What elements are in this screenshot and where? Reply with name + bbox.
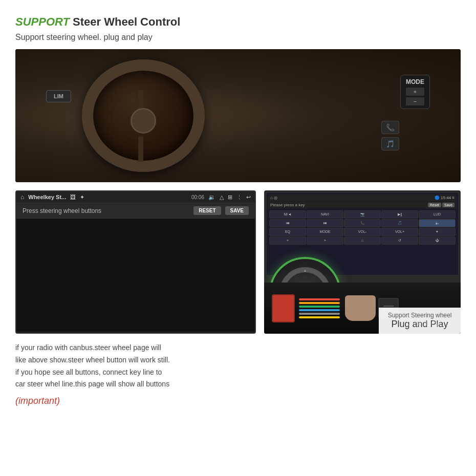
body-paragraph: if your radio with canbus.steer wheel pa… bbox=[15, 342, 461, 391]
mini-reset-btn[interactable]: Reset bbox=[428, 203, 441, 207]
mini-cell: EQ bbox=[269, 228, 306, 236]
time-display: 00:06 bbox=[191, 194, 204, 200]
mini-cell: ↺ bbox=[381, 236, 418, 245]
bluetooth-icon: ✦ bbox=[80, 194, 84, 201]
photo-icon: 🖼 bbox=[70, 194, 76, 200]
mini-cell: » bbox=[307, 236, 343, 245]
page-header: SUPPORT Steer Wheel Control Support stee… bbox=[15, 15, 461, 42]
main-steering-image: LIM MODE + − 📞 🎵 bbox=[15, 49, 461, 182]
back-icon: ↩ bbox=[246, 194, 251, 201]
mini-cell: ⏭ bbox=[307, 219, 343, 227]
plug-play-label: Plug and Play bbox=[385, 319, 455, 330]
android-screen: ⌂ Wheelkey St... 🖼 ✦ 00:06 🔉 △ ⊞ ⋮ ↩ Pre… bbox=[15, 190, 256, 334]
mini-cell: « bbox=[269, 236, 306, 245]
mini-home-icon: ⌂ ◎ bbox=[270, 196, 277, 200]
mini-cell: ▶‖ bbox=[381, 210, 418, 219]
mini-cell: ✦ bbox=[419, 228, 456, 236]
home-icon: ⌂ bbox=[20, 193, 24, 201]
mini-cell: LUD bbox=[419, 210, 456, 219]
mini-cell: MODE bbox=[307, 228, 343, 236]
mini-cell: 🔈 bbox=[419, 219, 456, 227]
mini-cell: NAVI bbox=[307, 210, 343, 219]
android-content bbox=[16, 219, 255, 331]
mini-time: 🔵 15:44 ≡ bbox=[435, 196, 455, 200]
screen-icon: ⊞ bbox=[228, 194, 232, 201]
right-panel: ⌂ ◎ 🔵 15:44 ≡ Please press a key Reset S… bbox=[264, 190, 461, 334]
mini-cell: 📷 bbox=[344, 210, 381, 219]
audio-icon: 🔉 bbox=[208, 194, 215, 201]
important-label: (important) bbox=[15, 396, 461, 406]
mini-cell: ⏮ bbox=[269, 219, 306, 227]
save-button[interactable]: SAVE bbox=[225, 206, 249, 215]
mini-cell: M/◄ bbox=[269, 210, 306, 219]
android-statusbar: ⌂ Wheelkey St... 🖼 ✦ 00:06 🔉 △ ⊞ ⋮ ↩ bbox=[16, 191, 255, 203]
mini-cell: 📞 bbox=[344, 219, 381, 227]
reset-button[interactable]: RESET bbox=[193, 206, 221, 215]
prompt-text: Press steering wheel buttons bbox=[23, 207, 101, 214]
right-image-container: ⌂ ◎ 🔵 15:44 ≡ Please press a key Reset S… bbox=[264, 190, 461, 334]
body-text-section: if your radio with canbus.steer wheel pa… bbox=[15, 342, 461, 406]
mini-cell: ⌂ bbox=[344, 236, 381, 245]
page-subtitle: Support steering wheel. plug and play bbox=[15, 33, 461, 42]
android-toolbar: Press steering wheel buttons RESET SAVE bbox=[16, 203, 255, 219]
please-press: Please press a key bbox=[270, 203, 305, 207]
title-support: SUPPORT bbox=[15, 15, 70, 28]
menu-icon: ⋮ bbox=[236, 194, 242, 201]
triangle-icon: △ bbox=[220, 194, 224, 201]
right-text-overlay: Support Steering wheel Plug and Play bbox=[379, 308, 461, 334]
mini-cell: VOL+ bbox=[381, 228, 418, 236]
left-panel: ⌂ Wheelkey St... 🖼 ✦ 00:06 🔉 △ ⊞ ⋮ ↩ Pre… bbox=[15, 190, 256, 334]
mini-cell: VOL- bbox=[344, 228, 381, 236]
mini-cell: 🎵 bbox=[381, 219, 418, 227]
bottom-section: ⌂ Wheelkey St... 🖼 ✦ 00:06 🔉 △ ⊞ ⋮ ↩ Pre… bbox=[15, 190, 461, 334]
support-steering-label: Support Steering wheel bbox=[385, 312, 455, 319]
title-normal: Steer Wheel Control bbox=[73, 15, 180, 28]
mini-save-btn[interactable]: Save bbox=[442, 203, 455, 207]
mini-cell: ⏻ bbox=[419, 236, 456, 245]
app-title: Wheelkey St... bbox=[28, 194, 66, 200]
page-title: SUPPORT Steer Wheel Control bbox=[15, 15, 461, 29]
